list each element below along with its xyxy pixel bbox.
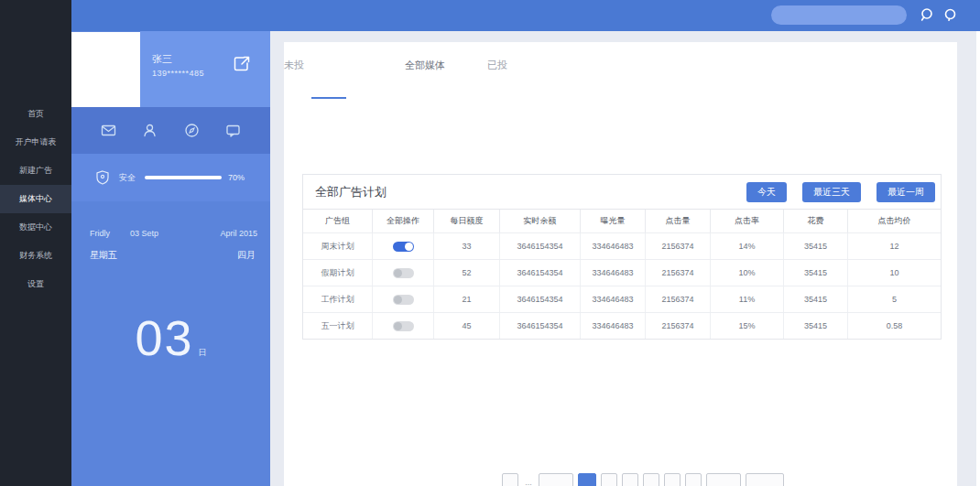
ad-plan-panel: 全部广告计划 今天最近三天最近一周 广告组全部操作每日额度实时余额曝光量点击量点… (302, 174, 942, 340)
pagination-item[interactable] (685, 473, 702, 486)
notification-icon[interactable] (942, 7, 958, 23)
share-icon[interactable] (232, 54, 252, 74)
day-suffix: 日 (199, 348, 207, 357)
profile-info: 张三 139******485 (140, 31, 270, 107)
table-header-cell: 点击量 (646, 210, 711, 232)
toggle-switch[interactable] (393, 268, 414, 278)
panel-title: 全部广告计划 (315, 184, 387, 200)
cell-clicks: 2156374 (646, 260, 711, 286)
filter-buttons: 今天最近三天最近一周 (746, 182, 941, 202)
mail-icon[interactable] (101, 123, 116, 138)
pagination-item[interactable] (643, 473, 659, 486)
table-header-cell: 曝光量 (581, 210, 646, 232)
main-card: 全部媒体已投未投 全部广告计划 今天最近三天最近一周 广告组全部操作每日额度实时… (284, 42, 957, 486)
top-bar (71, 0, 980, 31)
cell-daily-quota: 21 (434, 286, 500, 312)
cell-cost: 35415 (784, 233, 848, 259)
pagination-item[interactable] (622, 473, 638, 486)
table-row: 周末计划 33 3646154354 334646483 2156374 14%… (303, 232, 941, 259)
cell-clicks: 2156374 (646, 286, 711, 312)
toggle-knob (394, 269, 402, 277)
sidebar-item[interactable]: 数据中心 (0, 213, 71, 242)
sidebar-item[interactable]: 设置 (0, 270, 71, 298)
cell-toggle (373, 233, 434, 259)
cell-avg-price: 0.58 (848, 313, 941, 339)
cell-toggle (373, 313, 434, 339)
weekday-en: Fridly (90, 229, 110, 238)
table-header-cell: 广告组 (303, 210, 373, 232)
table-header-cell: 花费 (784, 210, 848, 232)
table-header-cell: 全部操作 (373, 210, 434, 232)
cell-toggle (373, 286, 434, 312)
toggle-switch[interactable] (393, 295, 414, 305)
cell-clicks: 2156374 (646, 233, 711, 259)
sidebar-item[interactable]: 开户申请表 (0, 128, 71, 157)
table-header-cell: 每日额度 (434, 210, 500, 232)
sidebar-item[interactable]: 新建广告 (0, 157, 71, 185)
date-en: 03 Setp (130, 229, 158, 238)
day-number: 03日 (71, 309, 270, 366)
cell-ad-group: 周末计划 (303, 233, 373, 259)
search-input[interactable] (771, 5, 907, 25)
toggle-knob (394, 296, 402, 304)
security-label: 安全 (119, 172, 136, 184)
tab-item[interactable]: 已投 (487, 59, 507, 72)
sidebar-menu: 首页开户申请表新建广告媒体中心数据中心财务系统设置 (0, 100, 71, 298)
month-cn: 四月 (237, 249, 256, 262)
table-row: 假期计划 52 3646154354 334646483 2156374 10%… (303, 259, 941, 286)
right-edge-strip (976, 31, 980, 486)
toggle-switch[interactable] (393, 321, 414, 331)
sidebar-item[interactable]: 首页 (0, 100, 71, 128)
sidebar-item[interactable]: 财务系统 (0, 242, 71, 270)
tab-item[interactable]: 全部媒体 (405, 59, 445, 72)
cell-cost: 35415 (784, 313, 848, 339)
pagination-item[interactable] (746, 473, 784, 486)
filter-button[interactable]: 今天 (746, 182, 787, 202)
user-name: 张三 (152, 52, 172, 66)
cell-impressions: 334646483 (581, 233, 646, 259)
user-icon[interactable] (142, 123, 158, 138)
pagination-item[interactable] (664, 473, 681, 486)
compass-icon[interactable] (184, 123, 200, 138)
avatar (71, 32, 140, 107)
month-year-en: April 2015 (220, 229, 257, 238)
toggle-switch[interactable] (393, 242, 414, 252)
pagination-item[interactable] (601, 473, 617, 486)
security-progress-bar (145, 176, 222, 179)
pagination-item[interactable] (502, 473, 518, 486)
cell-daily-quota: 45 (434, 313, 500, 339)
profile-section: 张三 139******485 (71, 31, 270, 107)
pagination: ... (502, 473, 784, 486)
cell-toggle (373, 260, 434, 286)
pagination-item[interactable]: ... (523, 473, 534, 486)
cell-balance: 3646154354 (500, 260, 581, 286)
table-row: 工作计划 21 3646154354 334646483 2156374 11%… (303, 286, 941, 312)
tab-item[interactable]: 未投 (284, 59, 304, 72)
cell-ctr: 11% (711, 286, 784, 312)
search-icon[interactable] (920, 7, 935, 23)
cell-avg-price: 12 (848, 233, 941, 259)
filter-button[interactable]: 最近一周 (877, 182, 935, 202)
cell-daily-quota: 33 (434, 233, 500, 259)
toggle-knob (405, 243, 413, 251)
security-row: 安全 70% (71, 154, 270, 201)
cell-impressions: 334646483 (581, 313, 646, 339)
cell-balance: 3646154354 (500, 286, 581, 312)
date-section: Fridly 03 Setp April 2015 星期五 四月 03日 签 到 (71, 201, 270, 486)
sidebar-item[interactable]: 媒体中心 (0, 185, 71, 213)
cell-ad-group: 假期计划 (303, 260, 373, 286)
pagination-item[interactable] (539, 473, 573, 486)
shield-icon (96, 170, 109, 185)
day-number-value: 03 (135, 310, 193, 365)
chat-icon[interactable] (225, 123, 241, 138)
cell-cost: 35415 (784, 286, 848, 312)
weekday-cn: 星期五 (90, 249, 117, 262)
pagination-item[interactable] (706, 473, 741, 486)
pagination-item[interactable] (578, 473, 596, 486)
media-tabs: 全部媒体已投未投 (284, 42, 957, 106)
panel-header: 全部广告计划 今天最近三天最近一周 (303, 175, 941, 210)
cell-balance: 3646154354 (500, 313, 581, 339)
table-header-cell: 点击率 (711, 210, 784, 232)
filter-button[interactable]: 最近三天 (802, 182, 861, 202)
cell-impressions: 334646483 (581, 260, 646, 286)
